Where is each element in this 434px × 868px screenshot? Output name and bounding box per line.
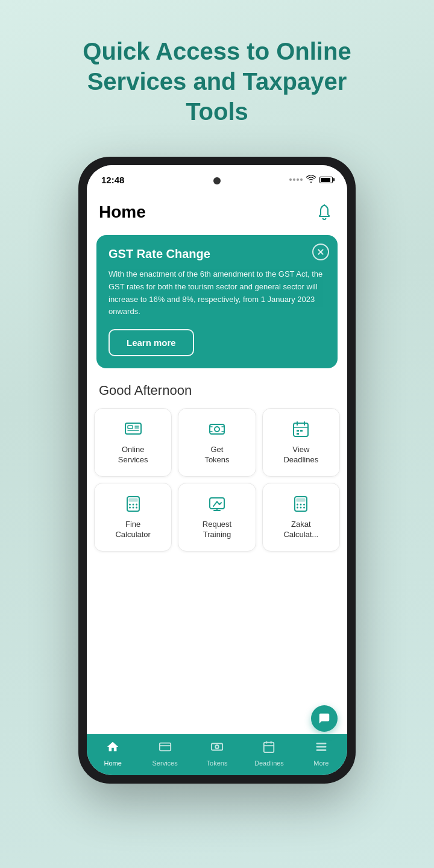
services-nav-icon	[159, 740, 172, 757]
nav-more-label: More	[313, 760, 329, 767]
signal-icon	[289, 178, 303, 181]
page-title: Quick Access to Online Services and Taxp…	[60, 36, 374, 127]
status-icons	[289, 175, 333, 184]
notification-bell-button[interactable]	[313, 201, 335, 223]
grid-item-fine-calculator[interactable]: FineCalculator	[94, 483, 172, 552]
grid-label-online-services: OnlineServices	[118, 445, 148, 465]
nav-deadlines[interactable]: Deadlines	[243, 740, 295, 767]
grid-item-zakat-calculator[interactable]: ZakatCalculat...	[262, 483, 340, 552]
svg-rect-42	[264, 743, 274, 753]
quick-access-grid: OnlineServices GetTokens	[87, 408, 347, 552]
nav-home[interactable]: Home	[87, 740, 139, 767]
grid-item-online-services[interactable]: OnlineServices	[94, 408, 172, 477]
nav-tokens[interactable]: Tokens	[191, 740, 243, 767]
svg-point-21	[129, 503, 131, 505]
svg-point-33	[300, 503, 302, 505]
wifi-icon	[306, 175, 316, 184]
svg-rect-2	[128, 426, 133, 429]
banner-title: GST Rate Change	[108, 247, 326, 261]
header-title: Home	[99, 203, 146, 222]
svg-point-22	[132, 503, 134, 505]
chat-fab-button[interactable]	[311, 705, 338, 732]
svg-rect-16	[297, 430, 299, 432]
grid-item-get-tokens[interactable]: GetTokens	[178, 408, 256, 477]
svg-point-0	[324, 204, 326, 206]
phone-screen: 12:48	[87, 165, 347, 775]
nav-more[interactable]: More	[295, 740, 347, 767]
svg-rect-40	[212, 744, 222, 750]
nav-home-label: Home	[104, 760, 122, 767]
app-header: Home	[87, 192, 347, 230]
battery-icon	[319, 177, 333, 183]
svg-point-32	[297, 503, 298, 505]
status-time: 12:48	[101, 175, 124, 185]
grid-item-view-deadlines[interactable]: ViewDeadlines	[262, 408, 340, 477]
svg-point-7	[215, 427, 219, 432]
svg-rect-6	[210, 424, 224, 434]
bottom-nav: Home Services Tokens	[87, 734, 347, 775]
app-content: Home GST Rate Change With the enactment …	[87, 192, 347, 734]
grid-label-zakat-calculator: ZakatCalculat...	[283, 520, 318, 540]
svg-rect-18	[297, 433, 299, 435]
tokens-nav-icon	[210, 740, 224, 757]
svg-point-36	[300, 506, 302, 508]
nav-services-label: Services	[153, 760, 178, 767]
banner-close-button[interactable]	[312, 244, 329, 260]
svg-point-34	[303, 503, 305, 505]
gst-banner-card: GST Rate Change With the enactment of th…	[96, 235, 338, 368]
phone-frame: 12:48	[78, 157, 356, 784]
more-nav-icon	[315, 740, 328, 757]
nav-tokens-label: Tokens	[207, 760, 228, 767]
nav-deadlines-label: Deadlines	[254, 760, 284, 767]
nav-services[interactable]: Services	[139, 740, 190, 767]
svg-point-23	[136, 503, 137, 505]
svg-point-37	[303, 506, 305, 508]
home-nav-icon	[106, 740, 119, 757]
status-camera	[213, 177, 221, 184]
grid-label-get-tokens: GetTokens	[204, 445, 229, 465]
grid-item-request-training[interactable]: RequestTraining	[178, 483, 256, 552]
svg-rect-38	[159, 743, 170, 751]
svg-point-25	[132, 506, 134, 508]
learn-more-button[interactable]: Learn more	[108, 329, 194, 356]
status-bar: 12:48	[87, 165, 347, 192]
svg-rect-17	[300, 430, 303, 432]
svg-point-26	[136, 506, 137, 508]
svg-rect-20	[129, 498, 137, 502]
banner-body: With the enactment of the 6th amendment …	[108, 268, 326, 318]
deadlines-nav-icon	[262, 740, 275, 757]
grid-label-view-deadlines: ViewDeadlines	[283, 445, 318, 465]
svg-rect-27	[210, 498, 224, 509]
svg-point-35	[297, 506, 298, 508]
grid-label-request-training: RequestTraining	[203, 520, 231, 540]
svg-point-24	[129, 506, 131, 508]
greeting-text: Good Afternoon	[87, 378, 347, 408]
svg-rect-31	[297, 498, 305, 502]
grid-label-fine-calculator: FineCalculator	[115, 520, 151, 540]
svg-point-41	[215, 745, 219, 749]
